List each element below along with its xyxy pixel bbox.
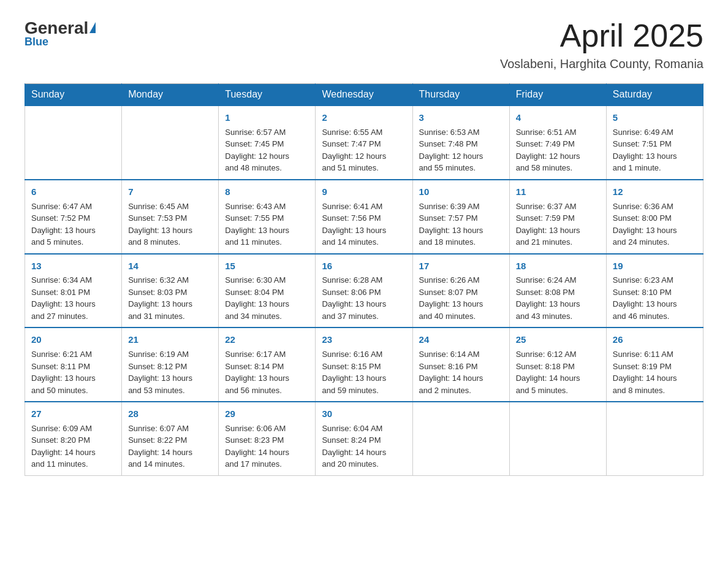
calendar-table: SundayMondayTuesdayWednesdayThursdayFrid… — [25, 83, 703, 476]
calendar-body: 1Sunrise: 6:57 AM Sunset: 7:45 PM Daylig… — [25, 105, 703, 475]
day-number: 14 — [128, 259, 212, 273]
day-number: 11 — [516, 185, 600, 199]
day-number: 3 — [419, 111, 503, 124]
logo-blue: Blue — [25, 36, 48, 48]
day-number: 19 — [613, 259, 697, 273]
day-info: Sunrise: 6:37 AM Sunset: 7:59 PM Dayligh… — [516, 201, 600, 248]
day-info: Sunrise: 6:07 AM Sunset: 8:22 PM Dayligh… — [128, 423, 212, 470]
header-row: SundayMondayTuesdayWednesdayThursdayFrid… — [25, 84, 703, 106]
day-number: 15 — [225, 259, 309, 273]
day-number: 23 — [322, 333, 406, 347]
day-info: Sunrise: 6:11 AM Sunset: 8:19 PM Dayligh… — [613, 348, 697, 396]
day-number: 7 — [128, 185, 212, 199]
day-number: 24 — [419, 333, 503, 347]
day-number: 16 — [322, 259, 406, 273]
day-info: Sunrise: 6:55 AM Sunset: 7:47 PM Dayligh… — [322, 126, 406, 174]
calendar-cell — [606, 402, 703, 475]
day-header-sunday: Sunday — [25, 84, 122, 106]
calendar-cell: 8Sunrise: 6:43 AM Sunset: 7:55 PM Daylig… — [219, 180, 316, 254]
calendar-cell: 17Sunrise: 6:26 AM Sunset: 8:07 PM Dayli… — [412, 254, 509, 328]
day-info: Sunrise: 6:47 AM Sunset: 7:52 PM Dayligh… — [31, 201, 115, 248]
calendar-cell: 5Sunrise: 6:49 AM Sunset: 7:51 PM Daylig… — [606, 105, 703, 180]
calendar-cell: 14Sunrise: 6:32 AM Sunset: 8:03 PM Dayli… — [122, 254, 219, 328]
calendar-cell — [122, 105, 219, 180]
page-title: April 2025 — [500, 18, 703, 53]
calendar-week-3: 13Sunrise: 6:34 AM Sunset: 8:01 PM Dayli… — [25, 254, 703, 328]
day-info: Sunrise: 6:16 AM Sunset: 8:15 PM Dayligh… — [322, 348, 406, 396]
day-number: 5 — [613, 111, 697, 124]
day-number: 6 — [31, 185, 115, 199]
page-header: General Blue April 2025 Voslabeni, Hargh… — [25, 18, 703, 71]
day-number: 12 — [613, 185, 697, 199]
calendar-cell: 4Sunrise: 6:51 AM Sunset: 7:49 PM Daylig… — [509, 105, 606, 180]
day-info: Sunrise: 6:24 AM Sunset: 8:08 PM Dayligh… — [516, 274, 600, 322]
calendar-cell — [509, 402, 606, 475]
day-info: Sunrise: 6:49 AM Sunset: 7:51 PM Dayligh… — [613, 126, 697, 174]
day-number: 13 — [31, 259, 115, 273]
day-info: Sunrise: 6:17 AM Sunset: 8:14 PM Dayligh… — [225, 348, 309, 396]
day-info: Sunrise: 6:34 AM Sunset: 8:01 PM Dayligh… — [31, 274, 115, 322]
calendar-cell: 13Sunrise: 6:34 AM Sunset: 8:01 PM Dayli… — [25, 254, 122, 328]
day-number: 25 — [516, 333, 600, 347]
day-info: Sunrise: 6:53 AM Sunset: 7:48 PM Dayligh… — [419, 126, 503, 174]
calendar-week-2: 6Sunrise: 6:47 AM Sunset: 7:52 PM Daylig… — [25, 180, 703, 254]
day-info: Sunrise: 6:06 AM Sunset: 8:23 PM Dayligh… — [225, 423, 309, 470]
day-info: Sunrise: 6:39 AM Sunset: 7:57 PM Dayligh… — [419, 201, 503, 248]
day-number: 26 — [613, 333, 697, 347]
day-number: 18 — [516, 259, 600, 273]
day-info: Sunrise: 6:19 AM Sunset: 8:12 PM Dayligh… — [128, 348, 212, 396]
calendar-cell: 22Sunrise: 6:17 AM Sunset: 8:14 PM Dayli… — [219, 327, 316, 402]
calendar-cell: 21Sunrise: 6:19 AM Sunset: 8:12 PM Dayli… — [122, 327, 219, 402]
calendar-cell: 3Sunrise: 6:53 AM Sunset: 7:48 PM Daylig… — [412, 105, 509, 180]
day-number: 2 — [322, 111, 406, 124]
calendar-cell: 7Sunrise: 6:45 AM Sunset: 7:53 PM Daylig… — [122, 180, 219, 254]
calendar-cell: 6Sunrise: 6:47 AM Sunset: 7:52 PM Daylig… — [25, 180, 122, 254]
day-header-monday: Monday — [122, 84, 219, 106]
calendar-cell: 25Sunrise: 6:12 AM Sunset: 8:18 PM Dayli… — [509, 327, 606, 402]
day-number: 30 — [322, 407, 406, 421]
day-number: 4 — [516, 111, 600, 124]
calendar-cell: 9Sunrise: 6:41 AM Sunset: 7:56 PM Daylig… — [316, 180, 412, 254]
calendar-cell: 10Sunrise: 6:39 AM Sunset: 7:57 PM Dayli… — [412, 180, 509, 254]
day-header-saturday: Saturday — [606, 84, 703, 106]
day-info: Sunrise: 6:28 AM Sunset: 8:06 PM Dayligh… — [322, 274, 406, 322]
day-info: Sunrise: 6:30 AM Sunset: 8:04 PM Dayligh… — [225, 274, 309, 322]
calendar-week-1: 1Sunrise: 6:57 AM Sunset: 7:45 PM Daylig… — [25, 105, 703, 180]
day-info: Sunrise: 6:09 AM Sunset: 8:20 PM Dayligh… — [31, 423, 115, 470]
calendar-cell: 2Sunrise: 6:55 AM Sunset: 7:47 PM Daylig… — [316, 105, 412, 180]
day-info: Sunrise: 6:51 AM Sunset: 7:49 PM Dayligh… — [516, 126, 600, 174]
calendar-cell: 11Sunrise: 6:37 AM Sunset: 7:59 PM Dayli… — [509, 180, 606, 254]
day-info: Sunrise: 6:32 AM Sunset: 8:03 PM Dayligh… — [128, 274, 212, 322]
page-subtitle: Voslabeni, Harghita County, Romania — [500, 57, 703, 71]
calendar-cell: 30Sunrise: 6:04 AM Sunset: 8:24 PM Dayli… — [316, 402, 412, 475]
day-number: 8 — [225, 185, 309, 199]
day-number: 22 — [225, 333, 309, 347]
logo-triangle-icon — [89, 22, 96, 33]
day-info: Sunrise: 6:43 AM Sunset: 7:55 PM Dayligh… — [225, 201, 309, 248]
day-info: Sunrise: 6:57 AM Sunset: 7:45 PM Dayligh… — [225, 126, 309, 174]
day-number: 17 — [419, 259, 503, 273]
calendar-cell: 27Sunrise: 6:09 AM Sunset: 8:20 PM Dayli… — [25, 402, 122, 475]
calendar-week-4: 20Sunrise: 6:21 AM Sunset: 8:11 PM Dayli… — [25, 327, 703, 402]
title-block: April 2025 Voslabeni, Harghita County, R… — [500, 18, 703, 71]
day-info: Sunrise: 6:41 AM Sunset: 7:56 PM Dayligh… — [322, 201, 406, 248]
day-number: 10 — [419, 185, 503, 199]
day-header-thursday: Thursday — [412, 84, 509, 106]
calendar-cell: 23Sunrise: 6:16 AM Sunset: 8:15 PM Dayli… — [316, 327, 412, 402]
day-number: 20 — [31, 333, 115, 347]
calendar-cell: 12Sunrise: 6:36 AM Sunset: 8:00 PM Dayli… — [606, 180, 703, 254]
day-info: Sunrise: 6:21 AM Sunset: 8:11 PM Dayligh… — [31, 348, 115, 396]
day-header-friday: Friday — [509, 84, 606, 106]
day-info: Sunrise: 6:36 AM Sunset: 8:00 PM Dayligh… — [613, 201, 697, 248]
day-number: 1 — [225, 111, 309, 124]
day-info: Sunrise: 6:14 AM Sunset: 8:16 PM Dayligh… — [419, 348, 503, 396]
day-number: 28 — [128, 407, 212, 421]
calendar-cell: 18Sunrise: 6:24 AM Sunset: 8:08 PM Dayli… — [509, 254, 606, 328]
calendar-cell — [25, 105, 122, 180]
calendar-week-5: 27Sunrise: 6:09 AM Sunset: 8:20 PM Dayli… — [25, 402, 703, 475]
calendar-cell: 1Sunrise: 6:57 AM Sunset: 7:45 PM Daylig… — [219, 105, 316, 180]
calendar-header: SundayMondayTuesdayWednesdayThursdayFrid… — [25, 84, 703, 106]
day-number: 29 — [225, 407, 309, 421]
day-info: Sunrise: 6:23 AM Sunset: 8:10 PM Dayligh… — [613, 274, 697, 322]
day-info: Sunrise: 6:26 AM Sunset: 8:07 PM Dayligh… — [419, 274, 503, 322]
